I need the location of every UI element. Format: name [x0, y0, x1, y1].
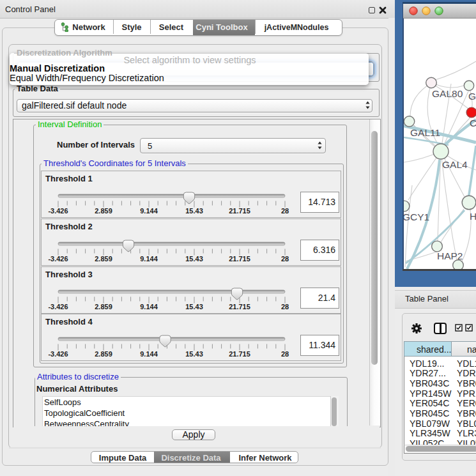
svg-text:-3.426: -3.426 — [48, 255, 68, 263]
svg-text:2.859: 2.859 — [95, 303, 112, 311]
svg-text:15.43: 15.43 — [185, 255, 203, 263]
svg-text:15.43: 15.43 — [185, 207, 203, 215]
svg-text:21.715: 21.715 — [229, 255, 250, 263]
svg-text:28: 28 — [281, 255, 289, 263]
svg-text:GAL11: GAL11 — [410, 127, 440, 138]
svg-text:9.144: 9.144 — [140, 255, 158, 263]
svg-text:28: 28 — [281, 350, 289, 358]
svg-text:-3.426: -3.426 — [48, 207, 68, 215]
svg-text:9.144: 9.144 — [140, 303, 158, 311]
svg-text:28: 28 — [281, 303, 289, 311]
svg-text:21.715: 21.715 — [229, 207, 250, 215]
svg-text:H: H — [470, 211, 476, 222]
svg-text:-3.426: -3.426 — [48, 350, 68, 358]
svg-text:GA: GA — [468, 91, 476, 102]
svg-text:21.715: 21.715 — [229, 350, 250, 358]
svg-text:GAL80: GAL80 — [432, 88, 463, 99]
svg-text:9.144: 9.144 — [140, 350, 158, 358]
svg-text:GAL4: GAL4 — [442, 159, 468, 170]
svg-text:2.859: 2.859 — [95, 207, 112, 215]
svg-text:2.859: 2.859 — [95, 255, 112, 263]
svg-text:21.715: 21.715 — [229, 303, 250, 311]
svg-text:HAP2: HAP2 — [437, 250, 463, 261]
svg-text:9.144: 9.144 — [140, 207, 158, 215]
svg-text:15.43: 15.43 — [185, 350, 203, 358]
svg-text:15.43: 15.43 — [185, 303, 203, 311]
svg-text:2.859: 2.859 — [95, 350, 112, 358]
svg-text:GCY1: GCY1 — [404, 211, 429, 222]
svg-text:28: 28 — [281, 207, 289, 215]
svg-text:C: C — [470, 118, 476, 128]
svg-text:-3.426: -3.426 — [48, 303, 68, 311]
